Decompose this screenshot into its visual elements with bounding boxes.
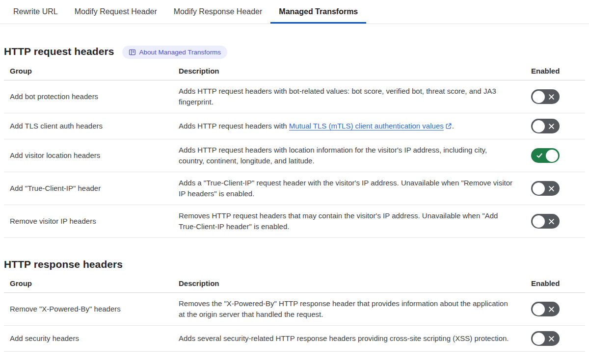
table-row: Remove "X-Powered-By" headersRemoves the… <box>4 293 585 326</box>
request-table-body: Add bot protection headersAdds HTTP requ… <box>4 80 585 238</box>
tab-modify-response-header[interactable]: Modify Response Header <box>165 0 271 24</box>
x-icon <box>545 123 558 130</box>
toggle-knob <box>533 333 545 345</box>
column-header-description: Description <box>179 67 531 75</box>
x-icon <box>545 218 558 225</box>
request-section-title: HTTP request headers <box>4 46 114 57</box>
row-group-label: Add visitor location headers <box>4 150 179 161</box>
column-header-enabled: Enabled <box>531 67 585 75</box>
toggle-knob <box>533 120 545 132</box>
x-icon <box>545 336 558 342</box>
column-header-description: Description <box>179 279 531 287</box>
tab-bar: Rewrite URLModify Request HeaderModify R… <box>0 0 589 24</box>
row-description: Adds HTTP request headers with location … <box>179 145 531 166</box>
managed-transforms-content: HTTP request headers About Managed Trans… <box>0 45 589 352</box>
description-text: . <box>452 122 454 130</box>
row-description: Removes the "X-Powered-By" HTTP response… <box>179 298 531 320</box>
request-headers-table: Group Description Enabled Add bot protec… <box>4 64 585 238</box>
about-managed-transforms-link[interactable]: About Managed Transforms <box>122 46 228 59</box>
column-header-enabled: Enabled <box>531 279 585 287</box>
external-link-icon <box>445 123 452 130</box>
response-table-body: Remove "X-Powered-By" headersRemoves the… <box>4 293 585 352</box>
tab-managed-transforms[interactable]: Managed Transforms <box>270 0 366 24</box>
table-header-row: Group Description Enabled <box>4 276 585 293</box>
enabled-toggle[interactable] <box>531 119 560 133</box>
row-description: Adds several security-related HTTP respo… <box>179 333 531 344</box>
column-header-group: Group <box>4 67 179 75</box>
tab-modify-request-header[interactable]: Modify Request Header <box>66 0 165 24</box>
enabled-toggle[interactable] <box>531 181 560 196</box>
table-header-row: Group Description Enabled <box>4 64 585 80</box>
toggle-knob <box>533 91 545 103</box>
enabled-toggle[interactable] <box>531 148 560 163</box>
table-row: Remove visitor IP headersRemoves HTTP re… <box>4 205 585 238</box>
row-description: Adds HTTP request headers with Mutual TL… <box>179 121 531 131</box>
row-description: Adds HTTP request headers with bot-relat… <box>179 86 531 107</box>
row-group-label: Add "True-Client-IP" header <box>4 183 179 194</box>
row-group-label: Add security headers <box>4 333 179 344</box>
book-icon <box>129 49 136 56</box>
enabled-toggle[interactable] <box>531 89 560 104</box>
enabled-toggle[interactable] <box>531 331 560 346</box>
row-description: Removes HTTP request headers that may co… <box>179 210 531 232</box>
response-headers-table: Group Description Enabled Remove "X-Powe… <box>4 276 585 352</box>
x-icon <box>545 306 558 312</box>
tab-rewrite-url[interactable]: Rewrite URL <box>5 0 66 24</box>
table-row: Add "True-Client-IP" headerAdds a "True-… <box>4 172 585 205</box>
enabled-toggle[interactable] <box>531 302 560 316</box>
check-icon <box>533 152 546 159</box>
column-header-group: Group <box>4 279 179 287</box>
badge-label: About Managed Transforms <box>139 49 221 56</box>
enabled-toggle[interactable] <box>531 214 560 229</box>
table-row: Add visitor location headersAdds HTTP re… <box>4 139 585 172</box>
x-icon <box>545 94 558 100</box>
toggle-knob <box>546 150 558 162</box>
x-icon <box>545 185 558 192</box>
row-description: Adds a "True-Client-IP" request header w… <box>179 178 531 199</box>
table-row: Add bot protection headersAdds HTTP requ… <box>4 80 585 113</box>
toggle-knob <box>533 215 545 228</box>
row-group-label: Add TLS client auth headers <box>4 121 179 131</box>
response-section-header: HTTP response headers <box>4 259 585 270</box>
row-group-label: Remove visitor IP headers <box>4 216 179 227</box>
mtls-docs-link[interactable]: Mutual TLS (mTLS) client authentication … <box>289 122 444 130</box>
table-row: Add security headersAdds several securit… <box>4 326 585 352</box>
toggle-knob <box>533 303 545 315</box>
table-row: Add TLS client auth headersAdds HTTP req… <box>4 113 585 139</box>
toggle-knob <box>533 182 545 195</box>
request-section-header: HTTP request headers About Managed Trans… <box>4 45 585 58</box>
row-group-label: Remove "X-Powered-By" headers <box>4 304 179 314</box>
description-text: Adds HTTP request headers with <box>179 122 289 130</box>
response-section-title: HTTP response headers <box>4 259 123 270</box>
row-group-label: Add bot protection headers <box>4 91 179 102</box>
